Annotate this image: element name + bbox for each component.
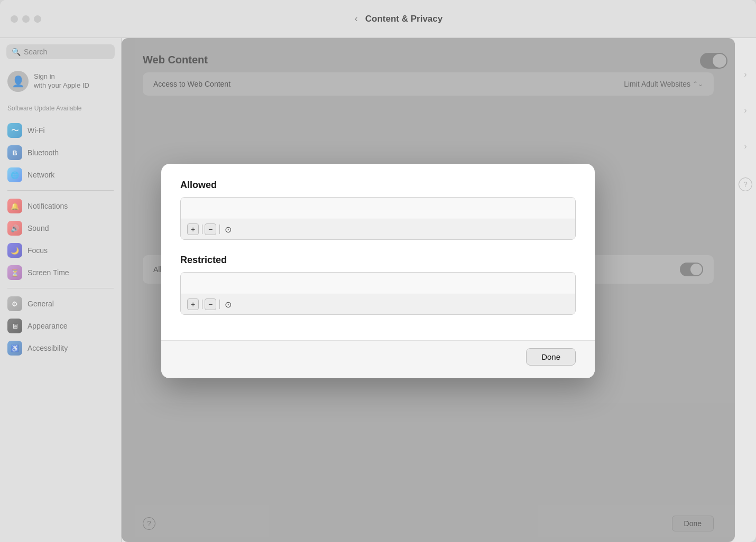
- sidebar-label-notifications: Notifications: [27, 202, 68, 210]
- network-icon: 🌐: [7, 167, 22, 182]
- appearance-icon: 🖥: [7, 319, 22, 333]
- software-update-notice[interactable]: Software Update Available: [0, 101, 121, 119]
- chevron-right-icon-3: ›: [744, 142, 746, 151]
- sidebar-label-bluetooth: Bluetooth: [27, 148, 59, 157]
- sidebar-label-sound: Sound: [27, 224, 49, 232]
- sidebar: 🔍 Search 👤 Sign in with your Apple ID So…: [0, 38, 122, 542]
- allowed-add-button[interactable]: +: [187, 223, 199, 235]
- toolbar-divider-2: [219, 225, 220, 234]
- allowed-section-title: Allowed: [180, 180, 576, 191]
- window-title: Content & Privacy: [365, 14, 442, 24]
- restricted-remove-button[interactable]: −: [205, 298, 216, 310]
- back-arrow-icon[interactable]: ‹: [355, 13, 358, 24]
- chevron-right-icon-1: ›: [744, 70, 746, 79]
- sidebar-item-screentime[interactable]: ⏳ Screen Time: [0, 261, 121, 284]
- sidebar-item-wifi[interactable]: 〜 Wi-Fi: [0, 119, 121, 142]
- sidebar-label-appearance: Appearance: [27, 322, 68, 330]
- restricted-section-title: Restricted: [180, 255, 576, 266]
- focus-icon: 🌙: [7, 243, 22, 258]
- sidebar-divider-1: [7, 190, 114, 191]
- toolbar-divider-1: [202, 225, 202, 234]
- modal-footer: Done: [161, 340, 595, 378]
- sidebar-item-notifications[interactable]: 🔔 Notifications: [0, 195, 121, 217]
- sidebar-label-accessibility: Accessibility: [27, 344, 68, 352]
- allowed-list-box: + − ⊙: [180, 197, 576, 240]
- modal-dialog: Allowed + − ⊙ Restricted + −: [161, 164, 595, 378]
- modal-done-button[interactable]: Done: [526, 348, 576, 366]
- close-button[interactable]: [11, 15, 18, 23]
- avatar: 👤: [7, 71, 29, 92]
- screentime-icon: ⏳: [7, 265, 22, 280]
- chevron-right-icon-2: ›: [744, 106, 746, 115]
- traffic-lights: [11, 15, 41, 23]
- title-bar: ‹ Content & Privacy: [0, 0, 756, 38]
- restricted-list-content: [181, 273, 575, 294]
- restricted-add-button[interactable]: +: [187, 298, 199, 310]
- search-bar[interactable]: 🔍 Search: [6, 44, 115, 59]
- allowed-more-button[interactable]: ⊙: [222, 223, 234, 235]
- help-icon-right[interactable]: ?: [739, 177, 752, 191]
- wifi-icon: 〜: [7, 123, 22, 138]
- sidebar-divider-2: [7, 288, 114, 288]
- bluetooth-icon: B: [7, 145, 22, 160]
- sidebar-item-appearance[interactable]: 🖥 Appearance: [0, 315, 121, 337]
- title-bar-center: ‹ Content & Privacy: [52, 13, 745, 24]
- sidebar-item-sound[interactable]: 🔊 Sound: [0, 217, 121, 239]
- allowed-list-content: [181, 198, 575, 219]
- restricted-list-toolbar: + − ⊙: [181, 294, 575, 314]
- search-placeholder: Search: [24, 48, 47, 56]
- restricted-list-box: + − ⊙: [180, 272, 576, 315]
- right-chevron-column: › › › ?: [735, 38, 756, 542]
- sidebar-item-network[interactable]: 🌐 Network: [0, 164, 121, 186]
- user-section[interactable]: 👤 Sign in with your Apple ID: [0, 67, 121, 96]
- toolbar-divider-3: [202, 300, 202, 309]
- toolbar-divider-4: [219, 300, 220, 309]
- maximize-button[interactable]: [34, 15, 41, 23]
- restricted-more-button[interactable]: ⊙: [222, 298, 234, 310]
- sidebar-label-focus: Focus: [27, 246, 48, 255]
- allowed-list-toolbar: + − ⊙: [181, 219, 575, 239]
- sidebar-item-general[interactable]: ⚙ General: [0, 293, 121, 315]
- main-window: ‹ Content & Privacy 🔍 Search 👤 Sign in w…: [0, 0, 756, 542]
- search-icon: 🔍: [12, 48, 21, 56]
- user-sign-in-text: Sign in with your Apple ID: [34, 72, 89, 90]
- sidebar-item-focus[interactable]: 🌙 Focus: [0, 239, 121, 261]
- sidebar-label-general: General: [27, 300, 54, 308]
- general-icon: ⚙: [7, 296, 22, 311]
- accessibility-icon: ♿: [7, 341, 22, 356]
- sound-icon: 🔊: [7, 221, 22, 236]
- modal-body: Allowed + − ⊙ Restricted + −: [161, 164, 595, 340]
- sidebar-item-bluetooth[interactable]: B Bluetooth: [0, 142, 121, 164]
- sidebar-label-wifi: Wi-Fi: [27, 126, 45, 135]
- sidebar-label-screentime: Screen Time: [27, 268, 69, 277]
- allowed-remove-button[interactable]: −: [205, 223, 216, 235]
- sidebar-label-network: Network: [27, 171, 54, 179]
- minimize-button[interactable]: [22, 15, 30, 23]
- sidebar-item-accessibility[interactable]: ♿ Accessibility: [0, 337, 121, 359]
- notifications-icon: 🔔: [7, 199, 22, 213]
